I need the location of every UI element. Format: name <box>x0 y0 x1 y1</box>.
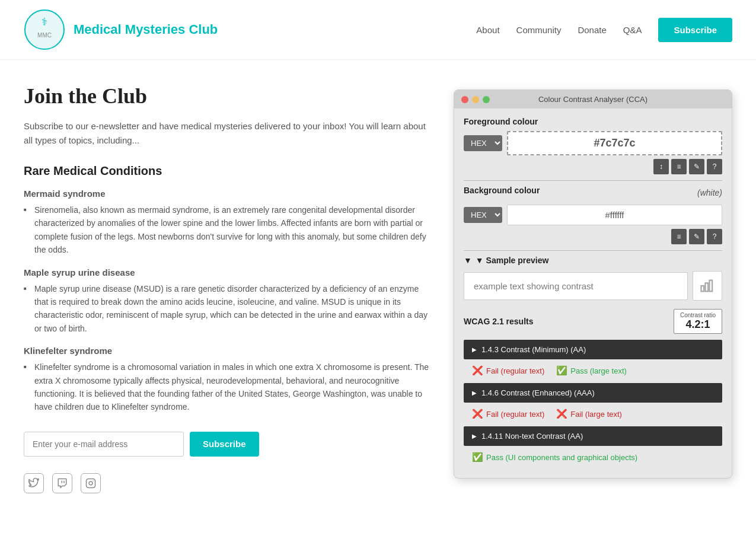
background-row: HEX RGB HSL <box>464 205 722 225</box>
header-subscribe-button[interactable]: Subscribe <box>658 18 732 42</box>
twitter-icon[interactable] <box>24 473 44 493</box>
instagram-icon[interactable] <box>81 473 101 493</box>
contrast-ratio-title: Contrast ratio <box>680 312 716 318</box>
svg-rect-7 <box>710 280 713 292</box>
social-icons <box>24 473 430 493</box>
bg-white-label: (white) <box>697 188 722 197</box>
bg-eyedropper-icon[interactable]: ✎ <box>689 229 704 244</box>
sample-preview-text: ▼ Sample preview <box>476 256 549 265</box>
condition-klinefelter: Klinefelter syndrome Klinefelter syndrom… <box>24 346 430 414</box>
condition-msud: Maple syrup urine disease Maple syrup ur… <box>24 267 430 336</box>
list-item: Sirenomelia, also known as mermaid syndr… <box>24 203 430 257</box>
wcag-item-146[interactable]: ▶ 1.4.6 Contrast (Enhanced) (AAA) <box>464 383 722 403</box>
condition-list-2: Maple syrup urine disease (MSUD) is a ra… <box>24 282 430 336</box>
wcag-item-143[interactable]: ▶ 1.4.3 Contrast (Minimum) (AA) <box>464 340 722 359</box>
header: ⚕ MMC Medical Mysteries Club About Commu… <box>0 0 756 60</box>
minimize-dot[interactable] <box>472 96 479 103</box>
condition-mermaid: Mermaid syndrome Sirenomelia, also known… <box>24 189 430 257</box>
fail-icon-146-regular: ❌ <box>472 409 483 419</box>
condition-name-2: Maple syrup urine disease <box>24 267 430 278</box>
foreground-label: Foreground colour <box>464 117 722 126</box>
subscribe-area: Subscribe <box>24 432 430 457</box>
background-label: Background colour <box>464 186 540 195</box>
bg-sliders-icon[interactable]: ≡ <box>671 229 687 244</box>
wcag-pass-ui-14011: ✅ Pass (UI components and graphical obje… <box>472 452 637 463</box>
contrast-ratio-value: 4.2:1 <box>680 318 716 331</box>
fg-eyedropper-icon[interactable]: ✎ <box>689 159 704 174</box>
intro-text: Subscribe to our e-newsletter and have m… <box>24 119 430 148</box>
cca-titlebar: Colour Contrast Analyser (CCA) <box>454 90 732 109</box>
wcag-result-row-14011: ✅ Pass (UI components and graphical obje… <box>464 447 722 467</box>
wcag-item-label-14011: 1.4.11 Non-text Contrast (AA) <box>481 432 583 441</box>
condition-name-1: Mermaid syndrome <box>24 189 430 199</box>
fail-large-label-146: Fail (large text) <box>570 410 622 419</box>
condition-list-1: Sirenomelia, also known as mermaid syndr… <box>24 203 430 257</box>
bg-format-select[interactable]: HEX RGB HSL <box>464 207 502 223</box>
email-input[interactable] <box>24 432 184 457</box>
condition-name-3: Klinefelter syndrome <box>24 346 430 356</box>
sample-preview-row: example text showing contrast <box>464 271 722 301</box>
article-content: Join the Club Subscribe to our e-newslet… <box>24 84 430 493</box>
window-dots <box>461 96 490 103</box>
fail-icon-146-large: ❌ <box>556 409 567 419</box>
chart-icon <box>699 278 716 294</box>
cca-title: Colour Contrast Analyser (CCA) <box>538 95 647 104</box>
list-item: Klinefelter syndrome is a chromosomal va… <box>24 361 430 414</box>
wcag-result-row-143: ❌ Fail (regular text) ✅ Pass (large text… <box>464 361 722 381</box>
divider-2 <box>464 250 722 251</box>
wcag-item-label-146: 1.4.6 Contrast (Enhanced) (AAA) <box>481 388 595 397</box>
svg-rect-3 <box>87 479 95 487</box>
maximize-dot[interactable] <box>483 96 490 103</box>
background-label-row: Background colour (white) <box>464 186 722 200</box>
nav-donate[interactable]: Donate <box>578 25 606 35</box>
wcag-header-row: WCAG 2.1 results Contrast ratio 4.2:1 <box>464 309 722 334</box>
svg-rect-6 <box>706 283 709 291</box>
sample-preview-label: ▼ ▼ Sample preview <box>464 256 722 265</box>
nav-about[interactable]: About <box>476 25 499 35</box>
pass-icon-14011-ui: ✅ <box>472 452 483 463</box>
bg-hex-input[interactable] <box>507 205 722 225</box>
list-item: Maple syrup urine disease (MSUD) is a ra… <box>24 282 430 336</box>
wcag-fail-large-146: ❌ Fail (large text) <box>556 409 622 419</box>
wcag-label: WCAG 2.1 results <box>464 317 533 326</box>
page-title: Join the Club <box>24 84 430 109</box>
wcag-pass-large-143: ✅ Pass (large text) <box>556 365 627 376</box>
logo-image: ⚕ MMC <box>24 9 65 50</box>
main-content: Join the Club Subscribe to our e-newslet… <box>0 60 756 505</box>
sample-text: example text showing contrast <box>474 281 594 291</box>
fg-icons-row: ↕ ≡ ✎ ? <box>464 159 722 174</box>
play-icon-146: ▶ <box>472 390 477 396</box>
close-dot[interactable] <box>461 96 468 103</box>
logo-area: ⚕ MMC Medical Mysteries Club <box>24 9 218 50</box>
fg-sort-icon[interactable]: ↕ <box>653 159 669 174</box>
fg-sliders-icon[interactable]: ≡ <box>671 159 687 174</box>
svg-text:⚕: ⚕ <box>42 16 47 28</box>
wcag-item-label-143: 1.4.3 Contrast (Minimum) (AA) <box>481 345 586 354</box>
fg-hex-input[interactable] <box>507 131 722 155</box>
fg-help-icon[interactable]: ? <box>707 159 722 174</box>
twitch-icon[interactable] <box>52 473 72 493</box>
triangle-icon: ▼ <box>464 256 472 265</box>
divider-1 <box>464 180 722 181</box>
pass-large-label-143: Pass (large text) <box>570 366 627 375</box>
nav-qa[interactable]: Q&A <box>623 25 642 35</box>
fg-format-select[interactable]: HEX RGB HSL <box>464 135 502 151</box>
bg-help-icon[interactable]: ? <box>707 229 722 244</box>
chart-icon-box[interactable] <box>693 271 722 301</box>
condition-list-3: Klinefelter syndrome is a chromosomal va… <box>24 361 430 414</box>
foreground-row: HEX RGB HSL <box>464 131 722 155</box>
subscribe-button[interactable]: Subscribe <box>190 432 259 457</box>
section-heading: Rare Medical Conditions <box>24 164 430 178</box>
wcag-fail-regular-146: ❌ Fail (regular text) <box>472 409 544 419</box>
contrast-ratio-box: Contrast ratio 4.2:1 <box>674 309 722 334</box>
svg-rect-5 <box>701 286 704 291</box>
pass-icon-143-large: ✅ <box>556 365 567 376</box>
main-nav: About Community Donate Q&A Subscribe <box>476 18 732 42</box>
fail-icon-143-regular: ❌ <box>472 365 483 376</box>
bg-icons-row: ≡ ✎ ? <box>464 229 722 244</box>
play-icon-14011: ▶ <box>472 433 477 439</box>
wcag-fail-regular-143: ❌ Fail (regular text) <box>472 365 544 376</box>
wcag-item-14011[interactable]: ▶ 1.4.11 Non-text Contrast (AA) <box>464 426 722 446</box>
cca-body: Foreground colour HEX RGB HSL ↕ ≡ ✎ ? Ba… <box>454 109 732 478</box>
nav-community[interactable]: Community <box>516 25 562 35</box>
